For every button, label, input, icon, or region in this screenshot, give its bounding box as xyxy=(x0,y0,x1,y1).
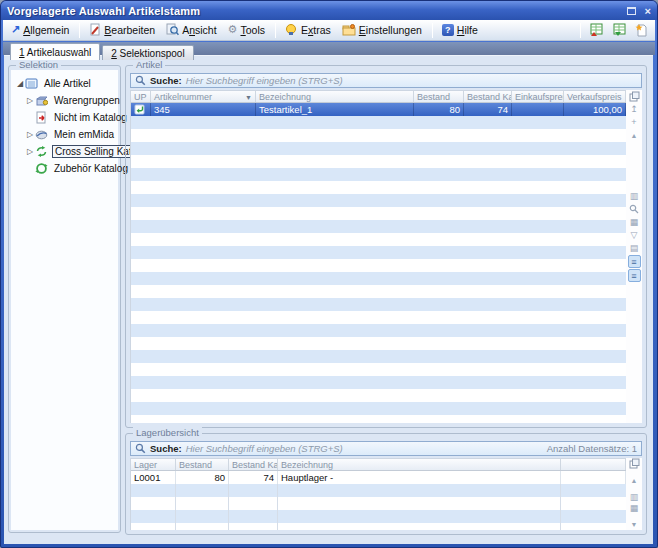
extras-icon xyxy=(285,23,298,36)
restore-icon xyxy=(627,7,636,15)
tree-item-label: Zubehör Katalog xyxy=(52,163,130,174)
lager-table-row[interactable]: L0001 80 74 Hauptlager - xyxy=(131,471,626,484)
artikel-groupbox: Artikel Suche: Hier Suchbegriff eingeben… xyxy=(125,65,647,428)
grid-summary-icon[interactable]: ▦ xyxy=(628,503,641,513)
lager-search-input[interactable]: Suche: Hier Suchbegriff eingeben (STRG+S… xyxy=(130,441,642,456)
panel-layout-icon[interactable]: ▤ xyxy=(628,242,641,254)
tree-item-alle-artikel[interactable]: ◢ Alle Artikel xyxy=(11,75,118,92)
collapsed-triangle-icon[interactable]: ▷ xyxy=(25,147,35,156)
search-icon xyxy=(135,75,146,86)
tree-item-zubehoer-katalog[interactable]: Zubehör Katalog xyxy=(11,160,118,177)
column-header-bezeichnung[interactable]: Bezeichnung xyxy=(278,459,561,470)
tree-item-nicht-im-katalog[interactable]: Nicht im Katalog xyxy=(11,109,118,126)
grid-summary-icon[interactable]: ▦ xyxy=(628,216,641,228)
selection-tree: ◢ Alle Artikel ▷ Warengruppen Nicht im K… xyxy=(11,70,118,530)
columns-layout-icon[interactable]: ▥ xyxy=(628,190,641,202)
list-catalog-icon xyxy=(25,77,39,90)
column-chooser-icon[interactable] xyxy=(628,90,641,102)
arrow-up-right-icon: ↗ xyxy=(11,24,20,35)
scroll-up-icon[interactable]: ▲ xyxy=(628,476,641,485)
new-document-button[interactable] xyxy=(632,22,651,38)
column-header-einkaufspreis[interactable]: Einkaufspreis xyxy=(512,91,564,102)
column-header-up[interactable]: UP xyxy=(131,91,151,102)
tree-item-label: Alle Artikel xyxy=(42,78,93,89)
menu-hilfe-label: Hilfe xyxy=(457,24,478,36)
column-header-lager[interactable]: Lager xyxy=(131,459,176,470)
new-document-icon xyxy=(635,23,648,37)
collapsed-triangle-icon[interactable]: ▷ xyxy=(25,130,35,139)
empty-rows-area xyxy=(131,484,626,530)
excel-import-icon xyxy=(612,23,627,37)
search-placeholder: Hier Suchbegriff eingeben (STRG+S) xyxy=(186,75,343,86)
tree-item-warengruppen[interactable]: ▷ Warengruppen xyxy=(11,92,118,109)
artikel-table: UP Artikelnummer▼ Bezeichnung Bestand Be… xyxy=(130,90,626,423)
scroll-down-icon[interactable]: ▼ xyxy=(628,520,641,529)
lager-side-toolbar: ▲ ▥ ▦ ▼ xyxy=(626,458,642,530)
add-row-icon[interactable]: + xyxy=(628,116,641,128)
magnifier-page-icon xyxy=(166,23,179,36)
excel-export-icon xyxy=(589,23,604,37)
column-header-bestand-kalk[interactable]: Bestand Kalk. xyxy=(229,459,278,470)
titlebar[interactable]: Vorgelagerte Auswahl Artikelstamm × xyxy=(1,1,657,20)
menu-einstellungen[interactable]: Einstellungen xyxy=(338,22,427,38)
column-header-artikelnummer[interactable]: Artikelnummer▼ xyxy=(151,91,256,102)
menu-separator xyxy=(79,23,80,38)
column-header-bestand-kalk[interactable]: Bestand Kalk. xyxy=(464,91,512,102)
cell-bezeichnung: Testartikel_1 xyxy=(256,103,414,116)
lager-table: Lager Bestand Bestand Kalk. Bezeichnung … xyxy=(130,458,626,530)
menu-hilfe[interactable]: ? Hilfe xyxy=(438,23,483,38)
tree-item-mein-emmida[interactable]: ▷ Mein emMida xyxy=(11,126,118,143)
column-chooser-icon[interactable] xyxy=(628,458,641,469)
search-tool-icon[interactable] xyxy=(628,203,641,215)
menubar: ↗ Allgemein Bearbeiten Ansicht ⚙ Tools E… xyxy=(3,20,655,41)
filter-icon[interactable]: ▽ xyxy=(628,229,641,241)
excel-import-button[interactable] xyxy=(609,22,630,38)
lager-table-header: Lager Bestand Bestand Kalk. Bezeichnung xyxy=(131,458,626,471)
menu-tools[interactable]: ⚙ Tools xyxy=(224,23,270,38)
tab-artikelauswahl[interactable]: 1 Artikelauswahl xyxy=(10,43,100,60)
column-header-bezeichnung[interactable]: Bezeichnung xyxy=(256,91,414,102)
columns-layout-icon[interactable]: ▥ xyxy=(628,492,641,502)
menu-allgemein[interactable]: ↗ Allgemein xyxy=(7,23,74,38)
detail-view-icon[interactable]: ≡ xyxy=(628,269,641,282)
accessory-recycle-icon xyxy=(35,162,49,175)
menu-extras[interactable]: Extras xyxy=(281,22,336,38)
column-header-bestand[interactable]: Bestand xyxy=(414,91,464,102)
page-red-arrow-icon xyxy=(35,111,49,124)
scroll-to-top-icon[interactable]: ↥ xyxy=(628,103,641,115)
tree-item-cross-selling-katalog[interactable]: ▷ Cross Selling Katalog xyxy=(11,143,118,160)
cell-bestand: 80 xyxy=(176,471,229,484)
gear-icon: ⚙ xyxy=(228,24,238,35)
list-view-icon[interactable]: ≡ xyxy=(628,255,641,268)
scroll-up-icon[interactable]: ▲ xyxy=(628,129,641,141)
cell-einkaufspreis xyxy=(512,103,564,116)
column-header-bestand[interactable]: Bestand xyxy=(176,459,229,470)
lager-group-label: Lagerübersicht xyxy=(133,427,202,438)
menu-ansicht[interactable]: Ansicht xyxy=(162,22,221,38)
column-header-verkaufspreis[interactable]: Verkaufspreis xyxy=(564,91,626,102)
tree-item-label: Warengruppen xyxy=(52,95,122,106)
excel-export-button[interactable] xyxy=(586,22,607,38)
close-button[interactable]: × xyxy=(645,5,651,17)
selektion-groupbox: Selektion ◢ Alle Artikel ▷ Warengruppen … xyxy=(8,65,121,533)
tab-selektionspool[interactable]: 2 Selektionspool xyxy=(102,45,193,60)
artikel-search-input[interactable]: Suche: Hier Suchbegriff eingeben (STRG+S… xyxy=(130,73,642,88)
artikel-table-row-selected[interactable]: 345 Testartikel_1 80 74 100,00 xyxy=(131,103,626,116)
menu-ansicht-label: Ansicht xyxy=(182,24,216,36)
selektion-group-label: Selektion xyxy=(16,59,61,70)
green-return-arrow-icon xyxy=(131,103,151,116)
cell-bestand-kalk: 74 xyxy=(229,471,278,484)
tab-strip: 1 Artikelauswahl 2 Selektionspool xyxy=(10,43,194,60)
tree-item-label: Mein emMida xyxy=(52,129,116,140)
menu-separator xyxy=(432,23,433,38)
help-icon: ? xyxy=(442,24,454,36)
collapsed-triangle-icon[interactable]: ▷ xyxy=(25,96,35,105)
search-label: Suche: xyxy=(150,443,182,454)
settings-folder-icon xyxy=(342,23,356,36)
artikel-group-label: Artikel xyxy=(133,59,165,70)
restore-button[interactable] xyxy=(625,5,638,17)
goods-group-icon xyxy=(35,94,49,107)
expanded-triangle-icon[interactable]: ◢ xyxy=(15,79,25,88)
search-icon xyxy=(135,443,146,454)
menu-bearbeiten[interactable]: Bearbeiten xyxy=(85,22,160,38)
